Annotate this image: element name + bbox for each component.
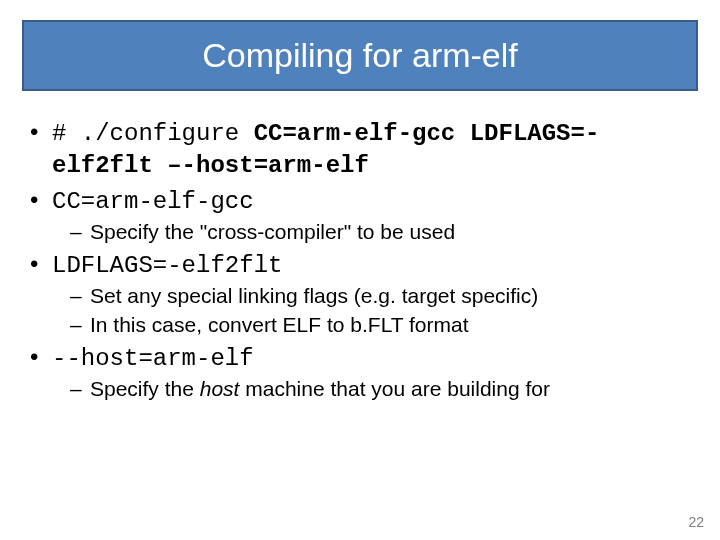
cc-sub-quote: "cross-compiler" [200,220,351,243]
slide-content: # ./configure CC=arm-elf-gcc LDFLAGS=-el… [22,117,698,402]
page-number: 22 [688,514,704,530]
configure-prefix: # ./configure [52,120,254,147]
cc-text: CC=arm-elf-gcc [52,188,254,215]
ldflags-sub-convert: In this case, convert ELF to b.FLT forma… [52,312,692,338]
ldflags-sub-linking: Set any special linking flags (e.g. targ… [52,283,692,309]
cc-sub-b: to be used [351,220,455,243]
slide: Compiling for arm-elf # ./configure CC=a… [0,0,720,540]
bullet-ldflags: LDFLAGS=-elf2flt Set any special linking… [28,249,692,338]
slide-title-box: Compiling for arm-elf [22,20,698,91]
cc-sub-specify: Specify the "cross-compiler" to be used [52,219,692,245]
host-sub-specify: Specify the host machine that you are bu… [52,376,692,402]
host-sub-host: host [200,377,240,400]
host-sub-b: machine that you are building for [239,377,550,400]
ldflags-sub1-text: Set any special linking flags (e.g. targ… [90,284,538,307]
bullet-list: # ./configure CC=arm-elf-gcc LDFLAGS=-el… [28,117,692,402]
host-sublist: Specify the host machine that you are bu… [52,376,692,402]
cc-sub-a: Specify the [90,220,200,243]
slide-title: Compiling for arm-elf [202,36,518,74]
ldflags-sub2-text: In this case, convert ELF to b.FLT forma… [90,313,469,336]
bullet-host: --host=arm-elf Specify the host machine … [28,342,692,402]
bullet-cc: CC=arm-elf-gcc Specify the "cross-compil… [28,185,692,245]
ldflags-text: LDFLAGS=-elf2flt [52,252,282,279]
bullet-configure-command: # ./configure CC=arm-elf-gcc LDFLAGS=-el… [28,117,692,181]
cc-sublist: Specify the "cross-compiler" to be used [52,219,692,245]
host-text: --host=arm-elf [52,345,254,372]
host-sub-a: Specify the [90,377,200,400]
ldflags-sublist: Set any special linking flags (e.g. targ… [52,283,692,338]
